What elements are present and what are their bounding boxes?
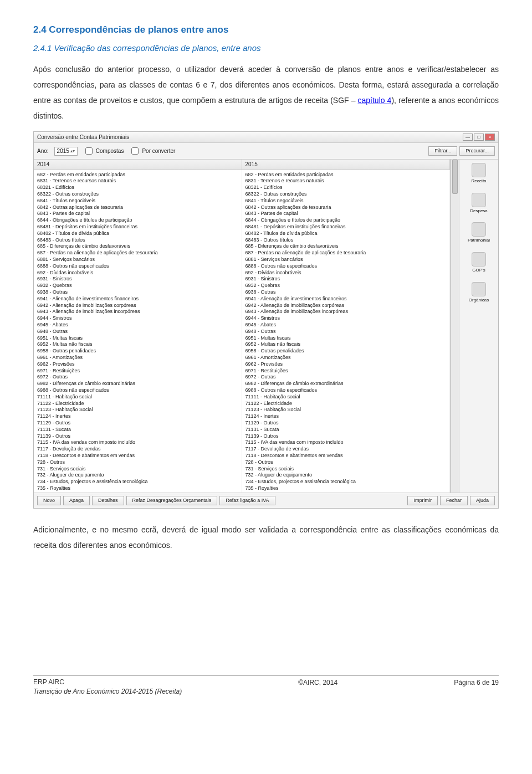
year-spinner[interactable]: 2015 ▴▾ bbox=[54, 147, 78, 156]
list-item[interactable]: 6961 - Amortizações bbox=[37, 355, 238, 361]
list-item[interactable]: 6888 - Outros não especificados bbox=[37, 263, 238, 269]
list-item[interactable]: 735 - Royalties bbox=[245, 485, 447, 491]
list-item[interactable]: 6944 - Sinistros bbox=[245, 315, 447, 322]
list-item[interactable]: 6931 - Sinistros bbox=[37, 276, 238, 283]
details-button[interactable]: Detalhes bbox=[92, 496, 124, 505]
list-item[interactable]: 71124 - Inertes bbox=[37, 413, 238, 420]
list-item[interactable]: 6948 - Outras bbox=[245, 328, 447, 335]
side-item-gop's[interactable]: GOP's bbox=[472, 252, 486, 273]
list-item[interactable]: 6842 - Outras aplicações de tesouraria bbox=[245, 204, 447, 211]
close-button[interactable]: Fechar bbox=[440, 496, 468, 505]
list-item[interactable]: 7118 - Descontos e abatimentos em vendas bbox=[37, 452, 238, 459]
list-item[interactable]: 71131 - Sucata bbox=[37, 426, 238, 433]
list-item[interactable]: 6841 - Títulos negociáveis bbox=[37, 197, 238, 204]
list-item[interactable]: 685 - Diferenças de câmbio desfavoráveis bbox=[37, 243, 238, 250]
list-item[interactable]: 68322 - Outras construções bbox=[245, 191, 447, 198]
list-item[interactable]: 68322 - Outras construções bbox=[37, 191, 238, 198]
list-item[interactable]: 71129 - Outros bbox=[37, 419, 238, 426]
list-item[interactable]: 6844 - Obrigações e títulos de participa… bbox=[245, 217, 447, 224]
list-item[interactable]: 6938 - Outras bbox=[37, 289, 238, 296]
list-item[interactable]: 71123 - Habitação Social bbox=[245, 407, 447, 413]
list-item[interactable]: 71139 - Outros bbox=[245, 433, 447, 439]
list-item[interactable]: 687 - Perdas na alienação de aplicações … bbox=[245, 250, 447, 257]
list-item[interactable]: 68483 - Outros títulos bbox=[37, 237, 238, 243]
list-item[interactable]: 71124 - Inertes bbox=[245, 413, 447, 420]
list-item[interactable]: 6972 - Outras bbox=[245, 374, 447, 381]
list-item[interactable]: 68481 - Depósitos em instituições financ… bbox=[245, 224, 447, 230]
print-button[interactable]: Imprimir bbox=[407, 496, 438, 505]
list-item[interactable]: 6962 - Provisões bbox=[245, 361, 447, 367]
porconverter-checkbox[interactable]: Por converter bbox=[129, 146, 175, 156]
list-item[interactable]: 685 - Diferenças de câmbio desfavoráveis bbox=[245, 243, 447, 250]
list-item[interactable]: 6958 - Outras penalidades bbox=[245, 348, 447, 355]
list-item[interactable]: 6988 - Outros não especificados bbox=[245, 387, 447, 393]
close-icon[interactable]: × bbox=[485, 134, 495, 141]
list-item[interactable]: 68321 - Edifícios bbox=[37, 184, 238, 191]
list-item[interactable]: 735 - Royalties bbox=[37, 485, 238, 491]
list-item[interactable]: 7115 - IVA das vendas com imposto incluí… bbox=[37, 439, 238, 446]
list-item[interactable]: 732 - Aluguer de equipamento bbox=[37, 472, 238, 479]
minimize-icon[interactable]: — bbox=[463, 134, 473, 141]
list-item[interactable]: 6943 - Alienação de imobilizações incorp… bbox=[245, 309, 447, 315]
list-item[interactable]: 6932 - Quebras bbox=[245, 283, 447, 289]
maximize-icon[interactable]: □ bbox=[474, 134, 484, 141]
list-item[interactable]: 6945 - Abates bbox=[37, 322, 238, 329]
list-item[interactable]: 728 - Outros bbox=[37, 459, 238, 465]
filter-button[interactable]: Filtrar... bbox=[428, 146, 457, 156]
list-item[interactable]: 731 - Serviços sociais bbox=[245, 465, 447, 472]
list-item[interactable]: 71111 - Habitação social bbox=[245, 393, 447, 400]
list-item[interactable]: 734 - Estudos, projectos e assistência t… bbox=[245, 479, 447, 485]
list-item[interactable]: 6931 - Sinistros bbox=[245, 276, 447, 283]
redo-budget-button[interactable]: Refaz Desagregações Orçamentais bbox=[126, 496, 218, 505]
list-item[interactable]: 7115 - IVA das vendas com imposto incluí… bbox=[245, 439, 447, 446]
list-item[interactable]: 68482 - Títulos de dívida pública bbox=[37, 230, 238, 237]
list-item[interactable]: 7117 - Devolução de vendas bbox=[245, 446, 447, 453]
list-item[interactable]: 734 - Estudos, projectos e assistência t… bbox=[37, 479, 238, 485]
list-item[interactable]: 6843 - Partes de capital bbox=[37, 211, 238, 217]
list-item[interactable]: 6952 - Multas não fiscais bbox=[245, 341, 447, 348]
list-item[interactable]: 6951 - Multas fiscais bbox=[245, 335, 447, 341]
list-item[interactable]: 7117 - Devolução de vendas bbox=[37, 446, 238, 453]
list-item[interactable]: 732 - Aluguer de equipamento bbox=[245, 472, 447, 479]
list-item[interactable]: 6982 - Diferenças de câmbio extraordinár… bbox=[245, 381, 447, 387]
compostas-checkbox[interactable]: Compostas bbox=[83, 146, 124, 156]
list-item[interactable]: 6831 - Terrenos e recursos naturais bbox=[37, 178, 238, 184]
list-item[interactable]: 6945 - Abates bbox=[245, 322, 447, 329]
list-item[interactable]: 68483 - Outros títulos bbox=[245, 237, 447, 243]
list-item[interactable]: 6831 - Terrenos e recursos naturais bbox=[245, 178, 447, 184]
list-item[interactable]: 6988 - Outros não especificados bbox=[37, 387, 238, 393]
list-item[interactable]: 6841 - Títulos negociáveis bbox=[245, 197, 447, 204]
list-item[interactable]: 6844 - Obrigações e títulos de participa… bbox=[37, 217, 238, 224]
side-item-receita[interactable]: Receita bbox=[471, 163, 486, 184]
list-item[interactable]: 7118 - Descontos e abatimentos em vendas bbox=[245, 452, 447, 459]
list-item[interactable]: 728 - Outros bbox=[245, 459, 447, 465]
list-item[interactable]: 6842 - Outras aplicações de tesouraria bbox=[37, 204, 238, 211]
search-button[interactable]: Procurar... bbox=[459, 146, 495, 156]
list-item[interactable]: 6932 - Quebras bbox=[37, 283, 238, 289]
list-item[interactable]: 682 - Perdas em entidades participadas bbox=[37, 171, 238, 178]
list-item[interactable]: 6843 - Partes de capital bbox=[245, 211, 447, 217]
side-item-despesa[interactable]: Despesa bbox=[470, 193, 488, 214]
column-header-2015[interactable]: 2015 bbox=[242, 160, 451, 170]
list-item[interactable]: 6972 - Outras bbox=[37, 374, 238, 381]
new-button[interactable]: Novo bbox=[37, 496, 61, 505]
list-item[interactable]: 6952 - Multas não fiscais bbox=[37, 341, 238, 348]
list-item[interactable]: 692 - Dívidas incobráveis bbox=[245, 269, 447, 276]
list-item[interactable]: 6943 - Alienação de imobilizações incorp… bbox=[37, 309, 238, 315]
list-item[interactable]: 6881 - Serviços bancários bbox=[37, 257, 238, 263]
chapter-4-link[interactable]: capítulo 4 bbox=[358, 96, 392, 105]
list-item[interactable]: 71122 - Electricidade bbox=[37, 400, 238, 407]
list-item[interactable]: 71122 - Electricidade bbox=[245, 400, 447, 407]
list-item[interactable]: 6961 - Amortizações bbox=[245, 355, 447, 361]
delete-button[interactable]: Apaga bbox=[63, 496, 90, 505]
list-item[interactable]: 687 - Perdas na alienação de aplicações … bbox=[37, 250, 238, 257]
list-item[interactable]: 71129 - Outros bbox=[245, 419, 447, 426]
list-item[interactable]: 6982 - Diferenças de câmbio extraordinár… bbox=[37, 381, 238, 387]
list-item[interactable]: 6951 - Multas fiscais bbox=[37, 335, 238, 341]
list-item[interactable]: 6938 - Outras bbox=[245, 289, 447, 296]
list-item[interactable]: 6948 - Outras bbox=[37, 328, 238, 335]
side-item-patrimonial[interactable]: Patrimonial bbox=[468, 222, 490, 243]
list-item[interactable]: 692 - Dívidas incobráveis bbox=[37, 269, 238, 276]
list-item[interactable]: 6941 - Alienação de investimentos financ… bbox=[37, 295, 238, 302]
column-header-2014[interactable]: 2014 bbox=[34, 160, 242, 170]
